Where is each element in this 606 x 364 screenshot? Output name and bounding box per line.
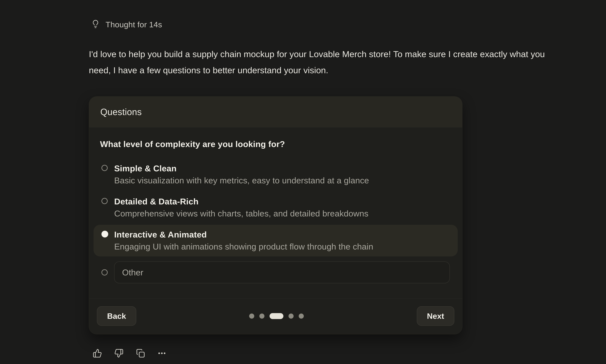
other-option-input[interactable]	[114, 261, 450, 283]
next-button[interactable]: Next	[417, 306, 454, 326]
thought-label: Thought for 14s	[106, 20, 162, 29]
option-description: Basic visualization with key metrics, ea…	[114, 175, 450, 186]
radio-unselected-icon[interactable]	[101, 269, 108, 275]
assistant-message-text: I'd love to help you build a supply chai…	[89, 46, 550, 78]
question-text: What level of complexity are you looking…	[100, 139, 451, 149]
thumbs-up-icon[interactable]	[93, 349, 102, 358]
thought-indicator[interactable]: Thought for 14s	[91, 20, 606, 29]
message-actions	[93, 349, 606, 358]
chat-message-block: Thought for 14s I'd love to help you bui…	[89, 0, 606, 358]
pagination-dot-2	[259, 313, 264, 319]
lightbulb-icon	[91, 20, 100, 29]
pagination-dot-5	[299, 313, 304, 319]
options-list: Simple & Clean Basic visualization with …	[100, 159, 451, 287]
radio-selected-icon[interactable]	[101, 231, 108, 237]
pagination-dot-3-active	[269, 313, 283, 319]
option-title: Detailed & Data-Rich	[114, 196, 450, 207]
questions-card: Questions What level of complexity are y…	[89, 96, 462, 334]
questions-card-footer: Back Next	[89, 299, 462, 334]
option-detailed-data-rich[interactable]: Detailed & Data-Rich Comprehensive views…	[94, 192, 458, 223]
copy-icon[interactable]	[135, 349, 145, 358]
option-title: Interactive & Animated	[114, 229, 450, 240]
pagination-dot-1	[249, 313, 254, 319]
option-title: Simple & Clean	[114, 163, 450, 174]
thumbs-down-icon[interactable]	[114, 349, 124, 358]
back-button[interactable]: Back	[97, 306, 136, 326]
option-description: Engaging UI with animations showing prod…	[114, 241, 450, 252]
pagination-dot-4	[288, 313, 294, 319]
radio-unselected-icon[interactable]	[101, 165, 108, 171]
radio-unselected-icon[interactable]	[101, 198, 108, 204]
option-interactive-animated[interactable]: Interactive & Animated Engaging UI with …	[94, 225, 458, 256]
questions-card-header: Questions	[89, 97, 462, 127]
questions-card-title: Questions	[100, 107, 142, 117]
option-simple-clean[interactable]: Simple & Clean Basic visualization with …	[94, 159, 458, 190]
option-other[interactable]	[94, 258, 458, 287]
more-options-icon[interactable]	[157, 349, 167, 358]
questions-card-body: What level of complexity are you looking…	[89, 127, 462, 288]
option-description: Comprehensive views with charts, tables,…	[114, 208, 450, 219]
pagination-dots	[249, 313, 304, 319]
